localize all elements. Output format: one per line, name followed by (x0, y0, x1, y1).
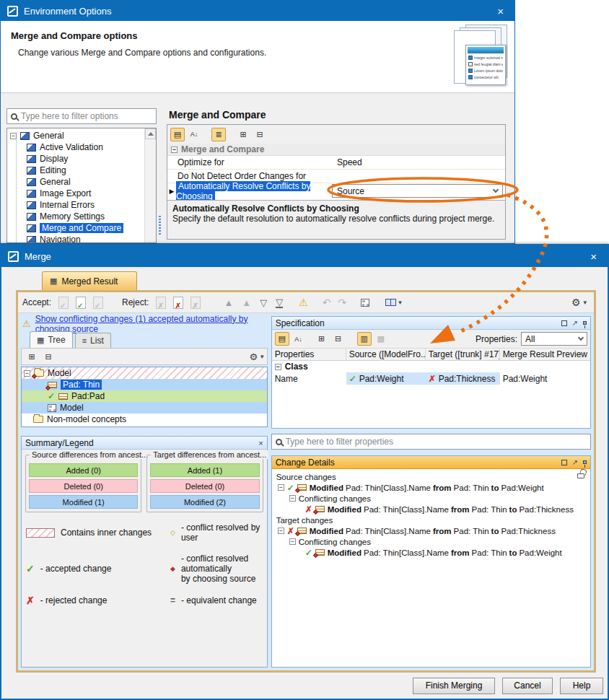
cancel-button[interactable]: Cancel (502, 678, 553, 694)
resolve-conflicts-dropdown[interactable]: Source (332, 184, 503, 198)
property-row-auto-resolve[interactable]: ▶ Automatically Resolve Conflicts by Cho… (167, 183, 505, 198)
tree-node-model-root[interactable]: − Model (22, 367, 267, 379)
conflicting-changes-node[interactable]: − Conflicting changes (273, 493, 589, 504)
undo-icon[interactable]: ↶ (323, 297, 331, 308)
diagram-icon[interactable] (361, 299, 369, 307)
reject-change-icon[interactable]: ✗ (156, 297, 166, 309)
collapse-icon[interactable]: − (275, 364, 281, 370)
properties-filter[interactable] (271, 434, 591, 450)
tree-item[interactable]: Memory Settings (7, 211, 144, 222)
summary-legend-titlebar[interactable]: Summary/Legend × (22, 437, 267, 450)
env-titlebar[interactable]: Environment Options × (1, 1, 514, 21)
tree-options-menu[interactable]: ⚙ ▾ (249, 351, 263, 362)
show-conflicts-icon[interactable]: ⚠ (299, 297, 308, 307)
panel-title: Merge and Compare (169, 109, 266, 121)
show-description-icon[interactable]: ≣ (211, 128, 226, 141)
tab-merged-result[interactable]: ▦ Merged Result (42, 271, 137, 290)
collapse-all-icon[interactable]: ⊟ (253, 128, 267, 141)
tree-scrollbar[interactable] (144, 128, 156, 242)
collapse-icon[interactable]: − (10, 133, 17, 139)
categorized-view-icon[interactable]: ▤ (275, 332, 289, 346)
tree-item-general-root[interactable]: − General (7, 130, 144, 141)
tab-tree[interactable]: ▦ Tree (30, 331, 73, 348)
collapse-all-icon[interactable]: ⊟ (331, 332, 346, 346)
change-row[interactable]: ✓ ModifiedPad: Thin[Class].NamefromPad: … (273, 547, 589, 558)
collapse-icon[interactable]: − (278, 528, 284, 534)
gear-icon[interactable]: ⚙ (249, 351, 258, 362)
tree-item[interactable]: Navigation (7, 234, 144, 243)
source-deleted-badge: Deleted (0) (29, 479, 138, 493)
tree-item[interactable]: Display (7, 153, 144, 165)
tree-node-pad-pad[interactable]: ✓ Pad:Pad (22, 390, 267, 402)
collapse-all-icon[interactable]: ⊟ (41, 350, 56, 364)
unlock-icon[interactable] (577, 473, 584, 478)
spec-name-row[interactable]: Name ✓Pad:Weight ✗Pad:Thickness Pad:Weig… (272, 372, 590, 385)
tree-item[interactable]: Editing (7, 165, 144, 176)
tree-item[interactable]: Image Export (7, 188, 144, 199)
close-icon[interactable]: × (258, 439, 263, 447)
tree-item[interactable]: General (7, 176, 144, 188)
change-row[interactable]: ✗ ModifiedPad: Thin[Class].NamefromPad: … (273, 504, 589, 515)
reject-all-icon[interactable]: ✗ (190, 297, 201, 309)
tree-node-model-diagram[interactable]: Model (22, 402, 267, 414)
collapse-icon[interactable]: − (289, 495, 296, 502)
properties-filter-input[interactable] (286, 437, 587, 447)
class-icon (297, 528, 307, 534)
options-filter[interactable] (6, 108, 157, 124)
sort-alphabetically-icon[interactable]: A↓ (187, 128, 201, 141)
pin-icon[interactable] (583, 460, 587, 464)
redo-icon[interactable]: ↷ (338, 297, 346, 308)
specification-titlebar[interactable]: Specification ↗ (272, 317, 590, 330)
expand-all-icon[interactable]: ⊞ (236, 128, 250, 141)
tree-node-non-model[interactable]: Non-model concepts (22, 414, 267, 425)
merge-titlebar[interactable]: Merge × (1, 245, 608, 267)
maximize-icon[interactable] (561, 460, 567, 465)
property-row-optimize-for[interactable]: Optimize for Speed (167, 156, 505, 170)
spec-group-row[interactable]: − Class (272, 361, 590, 372)
splitter-handle[interactable] (159, 216, 161, 235)
float-icon[interactable]: ↗ (572, 459, 578, 466)
tab-list[interactable]: ≡ List (75, 333, 111, 348)
property-group-header[interactable]: − Merge and Compare (167, 144, 505, 156)
scroll-up-icon[interactable] (145, 128, 156, 139)
properties-filter-dropdown[interactable]: All (521, 332, 587, 346)
change-details-titlebar[interactable]: Change Details ↗ (272, 456, 590, 469)
collapse-icon[interactable]: − (171, 146, 178, 153)
accept-with-children-icon[interactable]: ✓ (76, 297, 86, 309)
env-close-icon[interactable]: × (493, 4, 508, 18)
change-row[interactable]: − ✓ ModifiedPad: Thin[Class].NamefromPad… (273, 482, 589, 493)
go-next-icon[interactable]: ▽ (260, 298, 267, 307)
pin-icon[interactable] (583, 321, 587, 325)
options-filter-input[interactable] (21, 111, 152, 121)
finish-merging-button[interactable]: Finish Merging (413, 678, 495, 694)
collapse-icon[interactable]: − (278, 484, 284, 491)
expand-all-icon[interactable]: ⊞ (315, 332, 329, 346)
merge-close-icon[interactable]: × (586, 250, 601, 263)
change-row[interactable]: − ✗ ModifiedPad: Thin[Class].NamefromPad… (273, 525, 589, 536)
float-icon[interactable]: ↗ (572, 320, 578, 327)
gear-icon[interactable]: ⚙ (571, 297, 581, 308)
tree-node-pad-thin[interactable]: Pad: Thin (22, 379, 267, 390)
categorized-view-icon[interactable]: ▤ (170, 128, 185, 141)
tree-item[interactable]: Active Validation (7, 141, 144, 153)
filter-changes-icon[interactable]: ▥ (357, 332, 372, 346)
reject-with-children-icon[interactable]: ✗ (173, 297, 183, 309)
accept-all-icon[interactable]: ✓ (93, 297, 103, 309)
dictionary-icon[interactable] (385, 299, 396, 306)
maximize-icon[interactable] (561, 320, 567, 326)
dependency-matrix-icon[interactable]: ▩ (374, 332, 388, 346)
collapse-icon[interactable]: − (289, 538, 296, 545)
settings-menu[interactable]: ⚙ ▾ (571, 297, 587, 308)
expand-all-icon[interactable]: ⊞ (25, 350, 39, 364)
conflicting-changes-node[interactable]: − Conflicting changes (273, 536, 589, 547)
go-first-icon[interactable]: ▲ (224, 298, 233, 307)
sort-alphabetically-icon[interactable]: A↓ (292, 332, 306, 346)
go-previous-icon[interactable]: ▲ (242, 298, 251, 307)
help-button[interactable]: Help (560, 678, 603, 694)
go-last-icon[interactable]: ▽ (276, 297, 283, 308)
accept-change-icon[interactable]: ✓ (58, 297, 69, 309)
tree-item[interactable]: Internal Errors (7, 199, 144, 211)
dropdown-icon[interactable]: ▾ (398, 299, 402, 306)
collapse-icon[interactable]: − (24, 370, 30, 377)
tree-item-merge-and-compare[interactable]: Merge and Compare (7, 222, 144, 234)
